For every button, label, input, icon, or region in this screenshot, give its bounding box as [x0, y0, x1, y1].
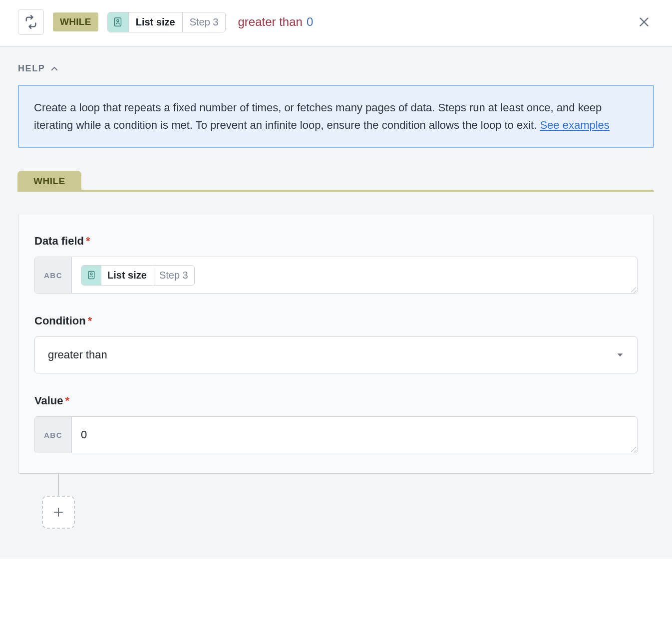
while-badge: WHILE	[53, 12, 98, 31]
help-title: HELP	[18, 63, 45, 74]
field-condition: Condition* greater than	[34, 314, 638, 373]
data-field-pill-main: List size	[101, 266, 153, 285]
required-marker: *	[88, 314, 92, 327]
help-toggle[interactable]: HELP	[18, 63, 654, 74]
editor-header: WHILE List size Step 3 greater than 0	[0, 0, 672, 46]
help-examples-link[interactable]: See examples	[540, 119, 609, 131]
help-box: Create a loop that repeats a fixed numbe…	[18, 85, 654, 148]
data-source-icon	[81, 266, 101, 285]
data-source-icon	[108, 12, 129, 32]
input-type-abc: ABC	[35, 257, 72, 293]
header-pill-step: Step 3	[182, 12, 226, 32]
svg-point-1	[117, 19, 119, 21]
field-value: Value* ABC 0	[34, 394, 638, 453]
input-type-abc: ABC	[35, 417, 72, 453]
svg-point-5	[90, 273, 92, 275]
value-input[interactable]: ABC 0	[34, 416, 638, 453]
connector-line	[58, 474, 59, 496]
data-field-label: Data field*	[34, 235, 638, 248]
panel-accent	[81, 190, 654, 192]
required-marker: *	[65, 394, 69, 407]
caret-down-icon	[616, 351, 624, 359]
data-field-pill[interactable]: List size Step 3	[81, 265, 195, 286]
close-button[interactable]	[634, 12, 654, 32]
summary-value: 0	[307, 15, 313, 29]
help-text: Create a loop that repeats a fixed numbe…	[34, 101, 602, 131]
loop-icon	[24, 15, 38, 29]
chevron-up-icon	[50, 64, 59, 73]
data-field-content[interactable]: List size Step 3	[72, 257, 637, 293]
data-field-label-text: Data field	[34, 235, 84, 247]
value-label: Value*	[34, 394, 638, 407]
tab-while[interactable]: WHILE	[17, 171, 81, 192]
field-data-field: Data field* ABC	[34, 235, 638, 294]
plus-icon	[52, 506, 64, 518]
panel-tabs: WHILE	[18, 171, 654, 192]
header-summary: greater than 0	[238, 15, 313, 29]
header-data-pill[interactable]: List size Step 3	[107, 12, 226, 32]
condition-label: Condition*	[34, 314, 638, 327]
editor-body: HELP Create a loop that repeats a fixed …	[0, 46, 672, 559]
header-pill-main: List size	[129, 12, 182, 32]
summary-operator: greater than	[238, 15, 302, 29]
data-field-pill-step: Step 3	[153, 266, 194, 285]
condition-select[interactable]: greater than	[34, 336, 638, 373]
condition-selected-value: greater than	[48, 348, 107, 361]
value-label-text: Value	[34, 394, 63, 407]
loop-step-icon-button[interactable]	[18, 9, 44, 35]
config-panel: Data field* ABC	[18, 215, 654, 474]
svg-marker-6	[618, 354, 623, 357]
condition-label-text: Condition	[34, 314, 86, 327]
value-content[interactable]: 0	[72, 417, 637, 453]
required-marker: *	[86, 235, 90, 247]
close-icon	[638, 15, 651, 28]
add-step-button[interactable]	[42, 496, 75, 529]
data-field-input[interactable]: ABC List size	[34, 257, 638, 294]
